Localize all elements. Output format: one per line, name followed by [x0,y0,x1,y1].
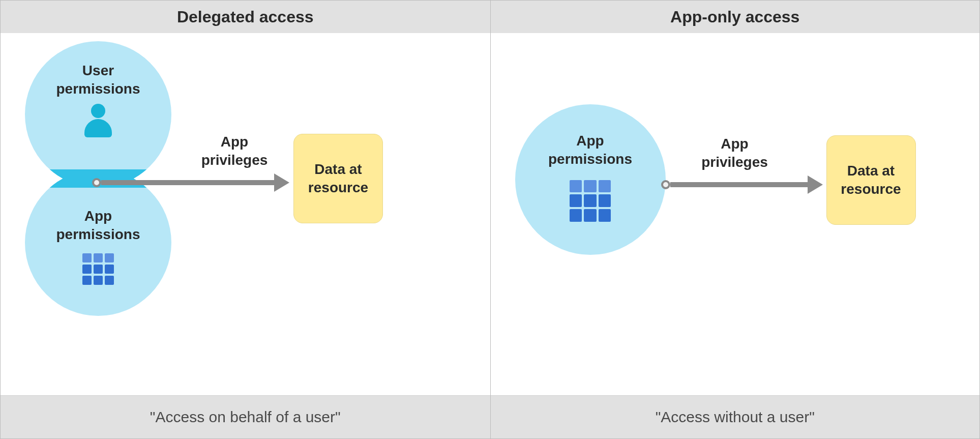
grid-icon [570,180,611,222]
data-resource-box: Data at resource [293,134,383,223]
panel-delegated-access: Delegated access User permissions App pe… [1,1,490,438]
arrow-origin-dot [92,178,101,187]
privileges-arrow-label: App privileges [194,133,275,170]
panel-footer: "Access without a user" [491,395,980,438]
panel-footer-text: "Access without a user" [656,408,815,426]
app-permissions-circle: App permissions [515,104,666,255]
privileges-arrow [92,173,289,192]
arrow-head-icon [808,175,823,194]
diagram-frame: Delegated access User permissions App pe… [0,0,980,439]
panel-footer: "Access on behalf of a user" [1,395,490,438]
app-permissions-label: App permissions [56,207,140,244]
privileges-arrow [661,175,823,194]
panel-title-text: App-only access [670,8,799,26]
panel-title-text: Delegated access [177,8,314,26]
grid-icon [82,253,114,285]
app-permissions-label: App permissions [548,132,632,169]
arrow-shaft [670,182,808,187]
arrow-origin-dot [661,180,670,189]
data-resource-box: Data at resource [826,135,916,225]
panel-footer-text: "Access on behalf of a user" [150,408,341,426]
panel-body: User permissions App permissions [1,33,490,395]
panel-title: App-only access [491,1,980,33]
arrow-head-icon [274,173,289,192]
arrow-shaft [101,180,274,185]
user-permissions-label: User permissions [56,62,140,99]
panel-title: Delegated access [1,1,490,33]
panel-body: App permissions App privileges D [491,33,980,395]
privileges-arrow-label: App privileges [694,135,776,172]
panel-app-only-access: App-only access App permissions App [490,1,980,438]
user-icon [83,104,113,138]
user-permissions-circle: User permissions [25,41,171,188]
